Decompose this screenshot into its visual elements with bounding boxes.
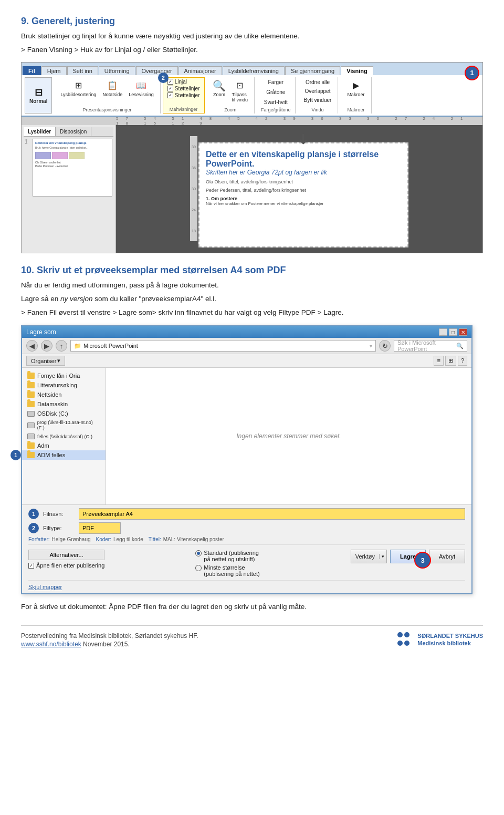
sidebar-item-felles[interactable]: felles (\\sikt\data\sshf) (O:) <box>22 432 106 441</box>
ribbon-btn-gråtone[interactable]: Gråtone <box>262 88 290 96</box>
ribbon-btn-zoom[interactable]: 🔍 Zoom <box>211 78 228 104</box>
minimize-button[interactable]: _ <box>439 328 447 336</box>
nav-back-button[interactable]: ◀ <box>26 340 38 352</box>
dialog-path[interactable]: 📁 Microsoft PowerPoint ▾ <box>70 340 376 352</box>
section-10-para3: > Fanen Fil øverst til venstre > Lagre s… <box>21 307 483 318</box>
dialog-meta-row: Forfatter: Helge Grønhaug Koder: Legg ti… <box>28 537 465 545</box>
ribbon-btn-overlappet[interactable]: Overlappet <box>302 87 334 95</box>
tab-se[interactable]: Se gjennomgang <box>285 66 340 75</box>
nav-up-button[interactable]: ↑ <box>56 340 67 352</box>
page-footer: Posterveiledning fra Medisinsk bibliotek… <box>21 625 483 648</box>
checkbox-gridlines[interactable]: Støttelinjer <box>167 86 200 91</box>
open-after-label: Åpne filen etter publisering <box>36 562 104 569</box>
tab-animasjoner[interactable]: Animasjoner <box>178 66 222 75</box>
radio-standard[interactable]: Standard (publiseringpå nettet og utskri… <box>195 550 259 562</box>
radio-dot-minste[interactable] <box>195 565 202 571</box>
ribbon-btn-makroer[interactable]: ▶ Makroer <box>345 78 366 98</box>
radio-minste[interactable]: Minste størrelse(publisering på nettet) <box>195 564 259 577</box>
slide-section-label: 1. Om postere <box>206 196 401 201</box>
maximize-button[interactable]: □ <box>449 328 457 336</box>
save-dialog: Lagre som _ □ ✕ ◀ ▶ ↑ 📁 Microsoft PowerP… <box>21 325 472 594</box>
tab-utforming[interactable]: Utforming <box>99 66 135 75</box>
ribbon-btn-notatside[interactable]: 📋 Notatside <box>100 78 124 98</box>
ribbon-group-label-views: Presentasjonsvisninger <box>83 106 132 112</box>
powerpoint-screenshot: Fil Hjem Sett inn Utforming Overganger A… <box>21 62 483 253</box>
ribbon-btn-flytt[interactable]: Bytt vinduer <box>302 96 334 104</box>
sidebar-item-adm-felles[interactable]: 1 ADM felles <box>22 450 106 460</box>
meta-forfatter: Forfatter: Helge Grønhaug <box>28 537 91 542</box>
forfatter-value: Helge Grønhaug <box>52 537 91 542</box>
sidebar-item-nettsiden[interactable]: Nettsiden <box>22 390 106 399</box>
sidebar-item-datamaskin[interactable]: Datamaskin <box>22 399 106 409</box>
search-placeholder: Søk i Microsoft PowerPoint <box>397 339 456 352</box>
toolbar-dropdown[interactable]: Verktøy ▾ <box>351 550 387 563</box>
checkbox-linjal[interactable]: Linjal <box>167 79 200 85</box>
dialog-titlebar: Lagre som _ □ ✕ <box>22 326 471 338</box>
filetype-container: 2 Filtype: <box>28 522 465 534</box>
ribbon-btn-farger[interactable]: Farger <box>262 78 290 86</box>
sidebar-item-adm[interactable]: Adm <box>22 441 106 450</box>
sidebar-item-litteratur[interactable]: Litteratursøking <box>22 380 106 390</box>
section-9-title: 9. Generelt, justering <box>21 16 483 27</box>
gridlines-checkbox[interactable] <box>167 86 173 91</box>
slide-arrow-area: ➜ Dette er en vitenskapelig plansje i st… <box>198 130 408 247</box>
tab-sett-inn[interactable]: Sett inn <box>67 66 98 75</box>
footer-link[interactable]: www.sshf.no/bibliotek <box>21 641 81 648</box>
ribbon-btn-tilpass[interactable]: ⊡ Tilpasstil vindu <box>230 78 250 104</box>
close-button[interactable]: ✕ <box>459 328 467 336</box>
ribbon-btn-lysbildesortering[interactable]: ⊞ Lysbildesortering <box>58 78 98 98</box>
filename-input[interactable] <box>79 508 465 520</box>
view-details-button[interactable]: ? <box>458 356 467 366</box>
ribbon-btn-ordne[interactable]: Ordne alle <box>302 78 334 86</box>
filetype-input[interactable] <box>79 522 121 534</box>
refresh-button[interactable]: ↻ <box>379 340 391 352</box>
organise-button[interactable]: Organiser ▾ <box>26 356 65 366</box>
cancel-button[interactable]: Avbryt <box>429 550 465 563</box>
dialog-toolbar: Organiser ▾ ≡ ⊞ ? <box>22 354 471 368</box>
alternatives-button[interactable]: Alternativer... <box>28 550 104 560</box>
guidemarks-label: Støttelinjer <box>175 92 200 98</box>
sidebar-item-adm-label: Adm <box>37 442 49 449</box>
dialog-nav: ◀ ▶ ↑ 📁 Microsoft PowerPoint ▾ ↻ Søk i M… <box>22 338 471 354</box>
dialog-search[interactable]: Søk i Microsoft PowerPoint 🔍 <box>394 340 467 352</box>
ribbon-btn-lesevisning[interactable]: 📖 Lesevisning <box>127 78 156 98</box>
ribbon-group-label-macros: Makroer <box>347 106 364 112</box>
para2-italic: ny versjon <box>60 295 93 303</box>
meta-tittel: Tittel: MAL: Vitenskapelig poster <box>149 537 224 542</box>
tab-fil[interactable]: Fil <box>23 66 41 75</box>
ribbon-group-label-color: Farge/gråtone <box>261 106 291 112</box>
toolbar-dropdown-arrow[interactable]: ▾ <box>379 554 386 559</box>
filename-callout-badge: 1 <box>28 509 39 519</box>
toolbar-btn-label: Verktøy <box>351 553 379 560</box>
tab-lysbilder[interactable]: Lysbildefremvisning <box>223 66 285 75</box>
folder-icon <box>27 391 35 398</box>
footer-left: Posterveiledning fra Medisinsk bibliotek… <box>21 632 198 648</box>
section-10: 10. Skriv ut et prøveeksemplar med størr… <box>21 265 483 613</box>
normal-button[interactable]: ⊟ Normal <box>25 77 52 114</box>
nav-forward-button[interactable]: ▶ <box>41 340 52 352</box>
tab-hjem[interactable]: Hjem <box>41 66 67 75</box>
ribbon-group-show: 2 Linjal Støttelinjer <box>163 77 205 114</box>
drive-icon <box>27 422 35 428</box>
pp-tab-disposisjon[interactable]: Disposisjon <box>56 127 91 136</box>
footer-link-row: www.sshf.no/bibliotek November 2015. <box>21 641 198 648</box>
pp-tab-lysbilder[interactable]: Lysbilder <box>24 127 56 136</box>
ribbon-group-label-zoom: Zoom <box>224 106 236 112</box>
sidebar-item-osdisk[interactable]: OSDisk (C:) <box>22 409 106 418</box>
guidemarks-checkbox[interactable] <box>167 92 173 98</box>
section-10-title: 10. Skriv ut et prøveeksemplar med størr… <box>21 265 483 276</box>
open-after-row: Åpne filen etter publisering <box>28 562 104 569</box>
footer-line1: Posterveiledning fra Medisinsk bibliotek… <box>21 632 198 639</box>
tab-overganger[interactable]: Overganger <box>136 66 178 75</box>
hide-folders-btn[interactable]: Skjul mapper <box>28 584 62 590</box>
slide-thumbnail-1[interactable]: Doktorer om vitenskapelig plansje Bruk: … <box>33 139 112 197</box>
radio-dot-standard[interactable] <box>195 550 202 556</box>
view-grid-button[interactable]: ⊞ <box>445 356 456 366</box>
checkbox-guidemarks[interactable]: Støttelinjer <box>167 92 200 98</box>
open-after-checkbox[interactable] <box>28 563 34 569</box>
sidebar-item-prog[interactable]: prog (\\krs-fil-10.asa-nt.no) (F:) <box>22 418 106 432</box>
view-list-button[interactable]: ≡ <box>434 356 443 366</box>
tab-visning[interactable]: Visning <box>341 66 373 75</box>
sidebar-item-fornye[interactable]: Fornye lån i Oria <box>22 371 106 380</box>
ribbon-btn-svarthvitt[interactable]: Svart-hvitt <box>262 98 290 106</box>
